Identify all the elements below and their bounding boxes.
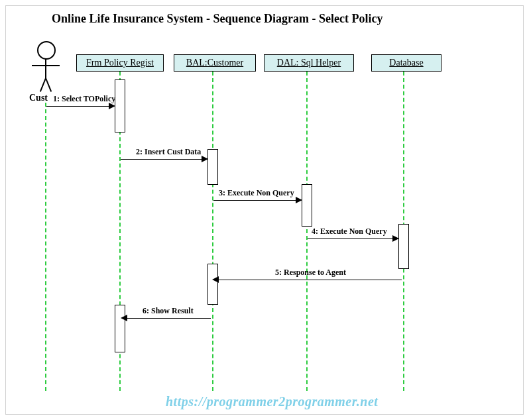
arrowhead-m4	[392, 235, 399, 242]
label-m1: 1: Select TOPolicy	[53, 94, 115, 104]
lifeline-actor	[45, 103, 46, 391]
lifeline-bal	[212, 72, 213, 391]
label-m5: 5: Response to Agent	[275, 268, 346, 278]
participant-db: Database	[371, 54, 441, 72]
arrow-m2	[121, 159, 206, 160]
participant-bal: BAL:Customer	[174, 54, 256, 72]
actor-arm	[32, 65, 60, 66]
actor-label: Cust	[29, 93, 48, 103]
label-m6: 6: Show Result	[143, 306, 194, 316]
arrowhead-m3	[296, 197, 302, 203]
label-m2: 2: Insert Cust Data	[136, 147, 201, 157]
arrow-m4	[308, 238, 396, 239]
arrow-m6	[126, 318, 211, 319]
arrow-m5	[217, 280, 402, 280]
activation-bal-2	[207, 264, 218, 305]
arrowhead-m6	[121, 315, 127, 321]
diagram-title: Online Life Insurance System - Sequence …	[52, 12, 382, 26]
activation-dal-1	[302, 184, 312, 227]
arrow-m1	[46, 106, 113, 107]
arrow-m3	[213, 200, 300, 201]
activation-frm-2	[115, 305, 125, 352]
participant-dal-label: DAL: Sql Helper	[277, 58, 341, 68]
participant-dal: DAL: Sql Helper	[264, 54, 354, 72]
participant-frm: Frm Policy Regist	[76, 54, 164, 72]
label-m4: 4: Execute Non Query	[312, 227, 387, 236]
activation-frm-1	[115, 79, 125, 132]
arrowhead-m2	[202, 156, 208, 162]
actor-head	[37, 41, 56, 60]
participant-db-label: Database	[389, 58, 423, 68]
lifeline-dal	[306, 72, 308, 391]
participant-bal-label: BAL:Customer	[186, 58, 243, 68]
activation-db-1	[398, 224, 409, 269]
watermark: https://programmer2programmer.net	[166, 394, 378, 409]
activation-bal-1	[207, 149, 218, 185]
label-m3: 3: Execute Non Query	[219, 188, 294, 198]
participant-frm-label: Frm Policy Regist	[86, 58, 154, 68]
arrowhead-m5	[212, 276, 219, 283]
actor-body	[45, 58, 46, 78]
